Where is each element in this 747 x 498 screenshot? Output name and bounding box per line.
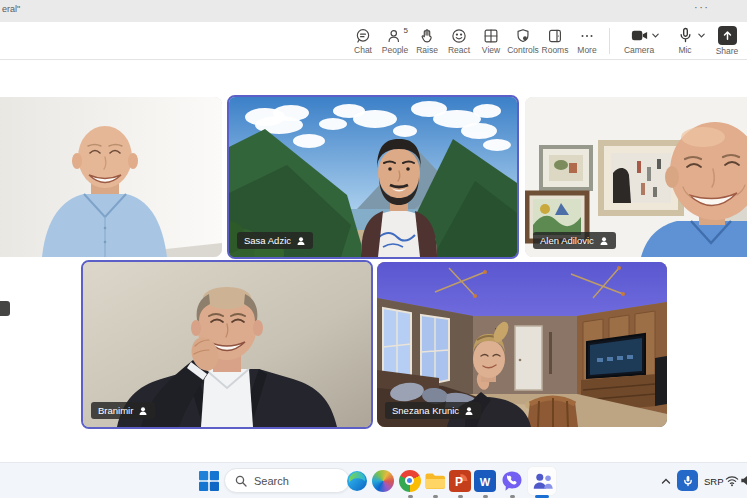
video-tile-partial-left[interactable]: [0, 97, 222, 257]
mic-chevron-icon[interactable]: [697, 31, 706, 40]
chrome-icon[interactable]: [399, 470, 421, 492]
window-titlebar: eral" ···: [0, 0, 747, 22]
participant-status-icon: [296, 236, 306, 246]
video-tile-sasa-adzic[interactable]: Sasa Adzic: [227, 95, 519, 259]
controls-button[interactable]: Controls: [507, 23, 539, 59]
participant-name: Alen Adilovic: [540, 235, 594, 246]
window-title-fragment: eral": [2, 4, 20, 14]
running-indicator: [510, 495, 515, 498]
participant-name-tag: Branimir: [91, 402, 155, 419]
tray-mic-icon: [682, 475, 694, 487]
video-tile-branimir[interactable]: Branimir: [81, 260, 373, 429]
more-button[interactable]: More: [571, 23, 603, 59]
chat-button[interactable]: Chat: [347, 23, 379, 59]
controls-shield-icon: [514, 27, 532, 45]
name-tag-partial: [0, 301, 10, 316]
share-button[interactable]: Share: [708, 23, 746, 59]
participant-video: [0, 97, 222, 257]
teams-icon[interactable]: [527, 466, 557, 496]
camera-icon: [630, 26, 649, 45]
running-indicator: [458, 495, 463, 498]
rooms-icon: [546, 27, 564, 45]
people-button[interactable]: 5 People: [379, 23, 411, 59]
mic-icon: [676, 26, 695, 45]
chat-icon: [354, 27, 372, 45]
language-indicator[interactable]: SRP: [704, 476, 724, 487]
participant-name: Snezana Krunic: [392, 405, 459, 416]
tray-mic-button[interactable]: [677, 470, 698, 491]
camera-button[interactable]: Camera: [616, 23, 662, 59]
meeting-stage: Sasa Adzic: [0, 60, 747, 462]
running-indicator-active: [535, 495, 549, 498]
powerpoint-icon[interactable]: P: [449, 470, 471, 492]
more-ellipsis-icon: [578, 27, 596, 45]
participant-name: Branimir: [98, 405, 133, 416]
taskbar-search[interactable]: Search: [224, 468, 350, 493]
running-indicator: [433, 495, 438, 498]
participant-name: Sasa Adzic: [244, 235, 291, 246]
svg-text:W: W: [480, 476, 491, 488]
raise-hand-button[interactable]: Raise: [411, 23, 443, 59]
meeting-toolbar: Chat 5 People Raise React View Controls: [0, 22, 747, 60]
participant-name-tag: Alen Adilovic: [533, 232, 616, 249]
copilot-icon[interactable]: [372, 470, 394, 492]
participant-name-tag: Snezana Krunic: [385, 402, 481, 419]
running-indicator: [408, 495, 413, 498]
participant-status-icon: [138, 406, 148, 416]
search-label: Search: [254, 475, 289, 487]
tray-chevron-up-icon[interactable]: [660, 476, 672, 486]
viber-icon[interactable]: [501, 470, 523, 492]
file-explorer-icon[interactable]: [424, 470, 446, 492]
raise-hand-icon: [418, 27, 436, 45]
speaker-icon[interactable]: [740, 474, 747, 487]
search-icon: [235, 475, 247, 487]
word-icon[interactable]: W: [474, 470, 496, 492]
react-button[interactable]: React: [443, 23, 475, 59]
rooms-button[interactable]: Rooms: [539, 23, 571, 59]
video-tile-snezana-krunic[interactable]: Snezana Krunic: [377, 262, 667, 427]
running-indicator: [483, 495, 488, 498]
participant-name-tag: Sasa Adzic: [237, 232, 313, 249]
view-button[interactable]: View: [475, 23, 507, 59]
video-tile-alen-adilovic[interactable]: Alen Adilovic: [525, 97, 747, 257]
participant-status-icon: [464, 406, 474, 416]
titlebar-more-icon[interactable]: ···: [694, 1, 710, 13]
participant-status-icon: [599, 236, 609, 246]
edge-icon[interactable]: [346, 470, 368, 492]
mic-button[interactable]: Mic: [662, 23, 708, 59]
svg-text:P: P: [455, 475, 463, 489]
toolbar-divider: [609, 28, 610, 54]
react-smiley-icon: [450, 27, 468, 45]
wifi-icon[interactable]: [725, 474, 739, 487]
start-button-icon[interactable]: [199, 471, 219, 491]
windows-taskbar: Search P W: [0, 462, 747, 498]
people-icon: [386, 27, 404, 45]
people-count-badge: 5: [404, 26, 408, 35]
view-grid-icon: [482, 27, 500, 45]
share-arrow-icon: [718, 26, 737, 45]
camera-chevron-icon[interactable]: [651, 31, 660, 40]
